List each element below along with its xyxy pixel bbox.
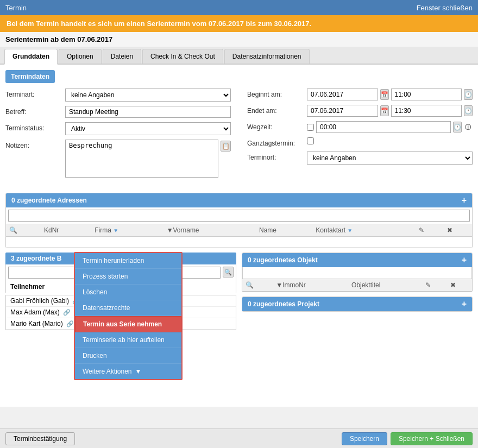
beginnt-am-control: 📅 🕐 [307,89,473,100]
tab-bar: Grunddaten Optionen Dateien Check In & C… [0,47,478,65]
notizen-row: Notizen: Besprechung 📋 [5,140,231,178]
wegzeit-label: Wegzeit: [247,121,307,131]
participants-title: 3 zugeordnete B [11,255,61,262]
notizen-control: Besprechung 📋 [65,140,231,178]
obj-edit-col: ✎ [422,279,447,292]
address-search-input[interactable] [8,210,470,222]
tab-optionen[interactable]: Optionen [59,49,102,64]
save-close-button[interactable]: Speichern + Schließen [391,432,473,445]
wegzeit-datetime: 🕐 ⓘ [307,121,473,133]
footer-right: Speichern Speichern + Schließen [342,432,473,445]
wegzeit-row: Wegzeit: 🕐 ⓘ [247,121,473,133]
bottom-right: 0 zugeordnetes Objekt + 🔍 ▼ImmoNr Objekt… [242,253,473,330]
ganztagstermin-label: Ganztagstermin: [247,137,307,147]
save-button[interactable]: Speichern [342,432,387,445]
menu-item-drucken[interactable]: Drucken [75,348,181,364]
address-table: 🔍 KdNr Firma ▼ ▼Vorname Name Kontaktart … [6,224,472,248]
betreff-row: Betreff: [5,106,231,118]
obj-immonr-col[interactable]: ▼ImmoNr [273,279,348,292]
wegzeit-time[interactable] [316,121,451,133]
betreff-control [65,106,231,118]
address-search-bar [6,207,472,224]
terminstatus-select[interactable]: Aktiv [65,122,231,135]
notizen-label: Notizen: [5,140,65,149]
beginnt-am-time[interactable] [391,89,462,100]
endet-am-date[interactable] [307,105,378,117]
menu-item-aufteilen[interactable]: Terminserie ab hier aufteilen [75,332,181,348]
menu-item-prozess[interactable]: Prozess starten [75,269,181,285]
menu-item-loeschen[interactable]: Löschen [75,285,181,300]
weitere-arrow-icon: ▼ [135,368,142,375]
tab-checkin-checkout[interactable]: Check In & Check Out [142,49,223,64]
col-kontaktart[interactable]: Kontaktart ▼ [312,224,415,237]
beginnt-am-label: Beginnt am: [247,89,307,98]
ganztagstermin-checkbox[interactable] [307,137,314,144]
project-section: 0 zugeordnetes Projekt + [242,296,473,312]
terminstatus-label: Terminstatus: [5,122,65,132]
col-firma[interactable]: Firma ▼ [91,224,163,237]
participant-name: Max Adam (Max) [10,308,60,316]
beginnt-am-clock-icon[interactable]: 🕐 [464,89,473,100]
menu-item-datensatzrechte[interactable]: Datensatzrechte [75,300,181,316]
ganztagstermin-row: Ganztagstermin: [247,137,473,147]
obj-delete-col: ✖ [447,279,472,292]
form-right: Beginnt am: 📅 🕐 Endet am: 📅 [247,89,473,182]
obj-objekttitel-col[interactable]: Objekttitel [348,279,422,292]
copy-icon[interactable]: 📋 [221,141,231,152]
col-edit-icon: ✎ [416,224,444,237]
betreff-input[interactable] [65,106,231,118]
address-title-bar: 0 zugeordnete Adressen + [6,193,472,207]
menu-item-herunterladen[interactable]: Termin herunterladen [75,253,181,269]
object-add-button[interactable]: + [462,255,467,265]
subtitle: Serientermin ab dem 07.06.2017 [0,32,478,47]
footer-left: Terminbestätigung [5,432,75,445]
tab-grunddaten[interactable]: Grunddaten [4,49,58,65]
beginnt-am-date[interactable] [307,89,378,100]
address-add-button[interactable]: + [462,195,467,205]
terminstatus-control: Aktiv [65,122,231,135]
footer: Terminbestätigung Speichern Speichern + … [0,428,478,448]
warning-banner: Bei dem Termin handelt es sich um einen … [0,15,478,32]
col-delete-icon: ✖ [444,224,472,237]
terminort-control: keine Angaben [307,152,473,165]
participant-link-icon-2[interactable]: 🔗 [66,320,74,327]
terminart-select[interactable]: keine Angaben [65,89,231,102]
endet-am-calendar-icon[interactable]: 📅 [380,105,389,116]
participant-name: Mario Kart (Mario) [10,320,63,327]
project-add-button[interactable]: + [462,299,467,309]
wegzeit-checkbox[interactable] [307,124,314,131]
beginnt-am-calendar-icon[interactable]: 📅 [380,89,389,100]
form-left: Terminart: keine Angaben Betreff: Termin… [5,89,231,182]
ganztagstermin-control [307,137,473,146]
col-name[interactable]: Name [256,224,312,237]
wegzeit-clock-icon[interactable]: 🕐 [453,122,462,132]
participant-name: Gabi Fröhlich (Gabi) [10,297,69,305]
tab-dateien[interactable]: Dateien [103,49,141,64]
endet-am-control: 📅 🕐 [307,105,473,117]
terminort-select[interactable]: keine Angaben [307,152,473,165]
object-section: 0 zugeordnetes Objekt + 🔍 ▼ImmoNr Objekt… [242,253,473,292]
address-title: 0 zugeordnete Adressen [11,197,87,204]
project-title: 0 zugeordnetes Projekt [248,300,319,308]
participants-search-icon[interactable]: 🔍 [223,267,234,277]
terminart-control: keine Angaben [65,89,231,102]
notizen-textarea[interactable]: Besprechung [65,140,218,178]
terminbestaetigung-button[interactable]: Terminbestätigung [5,432,75,445]
participant-link-icon-1[interactable]: 🔗 [63,309,71,316]
menu-item-aus-serie[interactable]: Termin aus Serie nehmen [75,316,181,332]
project-title-bar: 0 zugeordnetes Projekt + [242,297,472,311]
betreff-label: Betreff: [5,106,65,116]
menu-item-weitere[interactable]: Weitere Aktionen ▼ [75,364,181,379]
col-kdnr[interactable]: KdNr [41,224,91,237]
endet-am-label: Endet am: [247,105,307,115]
wegzeit-info-icon: ⓘ [464,122,473,132]
terminort-label: Terminort: [247,152,307,161]
close-button[interactable]: Fenster schließen [417,4,473,12]
terminort-row: Terminort: keine Angaben [247,152,473,165]
col-vorname[interactable]: ▼Vorname [163,224,256,237]
endet-am-time[interactable] [391,105,462,117]
tab-datensatzinfo[interactable]: Datensatzinformationen [224,49,310,64]
object-title-bar: 0 zugeordnetes Objekt + [242,253,472,267]
table-row [6,237,472,248]
endet-am-clock-icon[interactable]: 🕐 [464,105,473,116]
